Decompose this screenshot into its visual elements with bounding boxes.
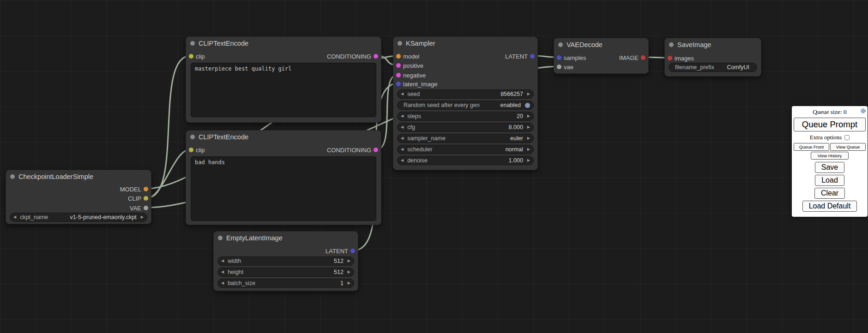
output-slot-clip[interactable]: CLIP bbox=[128, 194, 151, 203]
model-port-icon[interactable] bbox=[144, 187, 148, 191]
increment-arrow-icon[interactable]: ▶ bbox=[348, 270, 350, 274]
collapse-dot-icon[interactable] bbox=[218, 236, 223, 240]
sampler-name-widget[interactable]: ◀ sampler_name euler ▶ bbox=[397, 134, 534, 143]
increment-arrow-icon[interactable]: ▶ bbox=[348, 281, 350, 285]
prompt-textarea[interactable]: bad hands bbox=[191, 156, 376, 221]
increment-arrow-icon[interactable]: ▶ bbox=[527, 137, 530, 140]
scheduler-widget[interactable]: ◀ scheduler normal ▶ bbox=[397, 145, 534, 154]
node-save-image[interactable]: SaveImage images filename_prefix ComfyUI bbox=[664, 38, 761, 77]
output-slot-model[interactable]: MODEL bbox=[120, 184, 151, 194]
input-slot-vae[interactable]: vae bbox=[554, 62, 573, 71]
batch-size-widget[interactable]: ◀ batch_size 1 ▶ bbox=[217, 279, 354, 288]
increment-arrow-icon[interactable]: ▶ bbox=[527, 159, 530, 162]
decrement-arrow-icon[interactable]: ◀ bbox=[221, 259, 224, 263]
conditioning-port-icon[interactable] bbox=[374, 148, 378, 152]
input-slot-positive[interactable]: positive bbox=[393, 61, 423, 70]
output-slot-conditioning[interactable]: CONDITIONING bbox=[327, 52, 381, 61]
extra-options-checkbox[interactable] bbox=[844, 135, 850, 140]
node-clip-text-encode-negative[interactable]: CLIPTextEncode clip CONDITIONING bad han… bbox=[186, 130, 381, 225]
input-slot-model[interactable]: model bbox=[393, 52, 419, 61]
output-slot-latent[interactable]: LATENT bbox=[505, 52, 537, 61]
input-slot-samples[interactable]: samples bbox=[554, 53, 586, 62]
node-title-bar[interactable]: CheckpointLoaderSimple bbox=[6, 170, 151, 183]
conditioning-port-icon[interactable] bbox=[396, 63, 401, 68]
conditioning-port-icon[interactable] bbox=[374, 54, 378, 59]
load-button[interactable]: Load bbox=[815, 175, 844, 186]
vae-port-icon[interactable] bbox=[144, 206, 148, 210]
decrement-arrow-icon[interactable]: ◀ bbox=[401, 92, 404, 96]
collapse-dot-icon[interactable] bbox=[190, 41, 195, 46]
vae-port-icon[interactable] bbox=[557, 65, 561, 69]
node-title-bar[interactable]: SaveImage bbox=[665, 38, 761, 51]
cfg-widget[interactable]: ◀ cfg 8.000 ▶ bbox=[397, 123, 534, 132]
clip-port-icon[interactable] bbox=[189, 54, 193, 59]
latent-port-icon[interactable] bbox=[557, 55, 561, 60]
latent-port-icon[interactable] bbox=[396, 82, 401, 86]
decrement-arrow-icon[interactable]: ◀ bbox=[13, 215, 16, 219]
input-slot-latent-image[interactable]: latent_image bbox=[393, 79, 437, 89]
input-slot-clip[interactable]: clip bbox=[186, 52, 205, 61]
comfyui-canvas[interactable]: { "port_colors": { "model": "#d98e35", "… bbox=[0, 0, 868, 333]
prompt-textarea[interactable]: masterpiece best quality girl bbox=[191, 63, 376, 117]
collapse-dot-icon[interactable] bbox=[10, 174, 15, 179]
collapse-dot-icon[interactable] bbox=[558, 42, 563, 47]
load-default-button[interactable]: Load Default bbox=[802, 201, 857, 212]
steps-widget[interactable]: ◀ steps 20 ▶ bbox=[397, 112, 534, 121]
collapse-dot-icon[interactable] bbox=[398, 41, 402, 46]
output-slot-conditioning[interactable]: CONDITIONING bbox=[327, 145, 381, 155]
clear-button[interactable]: Clear bbox=[814, 188, 845, 199]
width-widget[interactable]: ◀ width 512 ▶ bbox=[217, 256, 354, 266]
node-title-bar[interactable]: KSampler bbox=[393, 37, 537, 50]
view-queue-button[interactable]: View Queue bbox=[830, 143, 866, 151]
denoise-widget[interactable]: ◀ denoise 1.000 ▶ bbox=[397, 156, 534, 165]
node-title-bar[interactable]: CLIPTextEncode bbox=[186, 37, 381, 50]
ckpt-name-widget[interactable]: ◀ ckpt_name v1-5-pruned-emaonly.ckpt ▶ bbox=[10, 213, 147, 222]
decrement-arrow-icon[interactable]: ◀ bbox=[221, 270, 224, 274]
latent-port-icon[interactable] bbox=[350, 249, 355, 253]
clip-port-icon[interactable] bbox=[144, 196, 148, 201]
clip-port-icon[interactable] bbox=[189, 148, 193, 152]
toggle-dot-icon[interactable] bbox=[525, 103, 530, 108]
increment-arrow-icon[interactable]: ▶ bbox=[348, 259, 350, 263]
decrement-arrow-icon[interactable]: ◀ bbox=[221, 281, 224, 285]
image-port-icon[interactable] bbox=[668, 56, 672, 60]
node-ksampler[interactable]: KSampler model positive negative latent_… bbox=[393, 36, 538, 170]
height-widget[interactable]: ◀ height 512 ▶ bbox=[217, 268, 354, 277]
increment-arrow-icon[interactable]: ▶ bbox=[527, 114, 530, 118]
random-seed-toggle-widget[interactable]: Random seed after every gen enabled bbox=[397, 101, 534, 110]
node-empty-latent-image[interactable]: EmptyLatentImage LATENT ◀ width 512 ▶ ◀ … bbox=[213, 231, 358, 291]
increment-arrow-icon[interactable]: ▶ bbox=[527, 148, 530, 151]
decrement-arrow-icon[interactable]: ◀ bbox=[401, 125, 404, 129]
increment-arrow-icon[interactable]: ▶ bbox=[527, 125, 530, 129]
output-slot-vae[interactable]: VAE bbox=[130, 203, 151, 213]
queue-front-button[interactable]: Queue Front bbox=[794, 143, 829, 151]
latent-port-icon[interactable] bbox=[530, 54, 535, 59]
view-history-button[interactable]: View History bbox=[811, 152, 849, 160]
decrement-arrow-icon[interactable]: ◀ bbox=[401, 159, 404, 162]
settings-gear-icon[interactable] bbox=[860, 108, 866, 114]
input-slot-clip[interactable]: clip bbox=[186, 145, 205, 155]
save-button[interactable]: Save bbox=[815, 162, 844, 173]
output-slot-image[interactable]: IMAGE bbox=[619, 53, 648, 62]
node-checkpoint-loader[interactable]: CheckpointLoaderSimple MODEL CLIP VAE ◀ … bbox=[6, 170, 151, 224]
image-port-icon[interactable] bbox=[641, 55, 645, 60]
queue-prompt-button[interactable]: Queue Prompt bbox=[794, 118, 866, 131]
decrement-arrow-icon[interactable]: ◀ bbox=[401, 114, 404, 118]
input-slot-images[interactable]: images bbox=[665, 54, 694, 63]
conditioning-port-icon[interactable] bbox=[396, 73, 401, 77]
collapse-dot-icon[interactable] bbox=[190, 135, 195, 139]
extra-options-row[interactable]: Extra options bbox=[794, 133, 866, 143]
input-slot-negative[interactable]: negative bbox=[393, 71, 426, 80]
output-slot-latent[interactable]: LATENT bbox=[326, 246, 358, 256]
increment-arrow-icon[interactable]: ▶ bbox=[141, 215, 144, 219]
node-title-bar[interactable]: EmptyLatentImage bbox=[214, 232, 358, 244]
filename-prefix-widget[interactable]: filename_prefix ComfyUI bbox=[669, 63, 757, 72]
node-title-bar[interactable]: CLIPTextEncode bbox=[186, 131, 381, 143]
seed-widget[interactable]: ◀ seed 8566257 ▶ bbox=[397, 89, 534, 99]
decrement-arrow-icon[interactable]: ◀ bbox=[401, 148, 404, 151]
increment-arrow-icon[interactable]: ▶ bbox=[527, 92, 530, 96]
node-clip-text-encode-positive[interactable]: CLIPTextEncode clip CONDITIONING masterp… bbox=[186, 36, 381, 123]
collapse-dot-icon[interactable] bbox=[669, 42, 674, 47]
model-port-icon[interactable] bbox=[396, 54, 401, 59]
node-title-bar[interactable]: VAEDecode bbox=[554, 38, 648, 51]
